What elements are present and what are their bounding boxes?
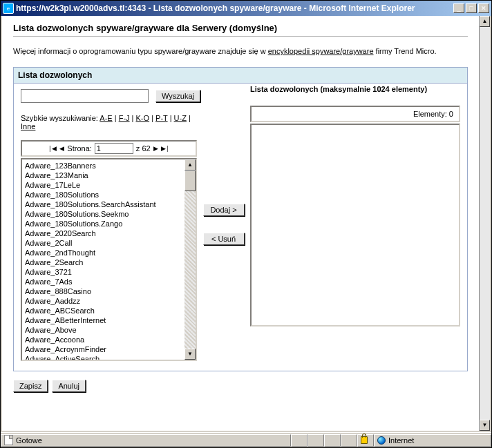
pager-of-total: z 62 (136, 144, 151, 153)
page-scrollbar[interactable]: ▲ ▼ (479, 16, 490, 431)
status-slot-2 (308, 434, 324, 447)
panel-title: Lista dozwolonych (14, 68, 467, 84)
page: Lista dozwolonych spyware/grayware dla S… (2, 16, 479, 431)
first-page-button[interactable]: ∣◀ (48, 145, 57, 152)
listbox-scrollbar[interactable]: ▲ ▼ (184, 159, 196, 360)
search-button[interactable]: Wyszukaj (155, 90, 200, 102)
window-title: https://w2k3pl.w2000advs.tl:4343 - Lista… (16, 3, 453, 13)
list-item[interactable]: Adware_888Casino (23, 286, 184, 296)
status-slot-3 (324, 434, 341, 447)
page-title: Lista dozwolonych spyware/grayware dla S… (13, 23, 468, 37)
list-item[interactable]: Adware_123Banners (23, 161, 184, 171)
maximize-button[interactable]: □ (466, 3, 477, 13)
page-number-input[interactable] (95, 143, 133, 154)
intro-text: Więcej informacji o oprogramowaniu typu … (13, 45, 468, 57)
intro-suffix: firmy Trend Micro. (374, 47, 437, 55)
globe-icon (377, 436, 386, 445)
cancel-button[interactable]: Anuluj (52, 380, 86, 392)
quick-search: Szybkie wyszukiwanie: A-E | F-J | K-O | … (21, 114, 197, 130)
page-icon (4, 435, 13, 445)
panel-body: Wyszukaj Szybkie wyszukiwanie: A-E | F-J… (14, 84, 467, 371)
quick-link-k-o[interactable]: K-O (136, 114, 150, 122)
allowed-list-panel: Lista dozwolonych Wyszukaj Szybkie wyszu… (13, 67, 468, 371)
save-button[interactable]: Zapisz (13, 380, 48, 392)
intro-prefix: Więcej informacji o oprogramowaniu typu … (13, 47, 268, 55)
status-lock-cell (357, 434, 374, 447)
lock-icon (361, 436, 368, 444)
quick-search-label: Szybkie wyszukiwanie: (21, 114, 100, 122)
list-item[interactable]: Adware_2Search (23, 257, 184, 267)
pager-label-page: Strona: (67, 144, 91, 153)
content-area: Lista dozwolonych spyware/grayware dla S… (1, 16, 491, 432)
window-controls: _ □ ✕ (453, 3, 489, 13)
right-column: Lista dozwolonych (maksymalnie 1024 elem… (250, 114, 460, 327)
footer-buttons: Zapisz Anuluj (13, 380, 468, 392)
list-item[interactable]: Adware_AcroynmFinder (23, 344, 184, 354)
list-item[interactable]: Adware_2020Search (23, 228, 184, 238)
available-listbox[interactable]: Adware_123BannersAdware_123ManiaAdware_1… (21, 158, 197, 361)
browser-window: e https://w2k3pl.w2000advs.tl:4343 - Lis… (0, 0, 492, 448)
titlebar: e https://w2k3pl.w2000advs.tl:4343 - Lis… (1, 1, 491, 16)
last-page-button[interactable]: ▶∣ (161, 145, 169, 152)
status-slot-1 (291, 434, 308, 447)
list-item[interactable]: Adware_17LeLe (23, 180, 184, 190)
pager: ∣◀ ◀ Strona: z 62 ▶ ▶∣ (21, 140, 197, 157)
list-item[interactable]: Adware_ABetterInternet (23, 315, 184, 325)
elements-count-bar: Elementy: 0 (250, 106, 460, 122)
list-item[interactable]: Adware_180Solutions.Seekmo (23, 209, 184, 219)
zone-text: Internet (388, 436, 414, 445)
search-input[interactable] (21, 89, 149, 103)
scroll-track[interactable] (184, 191, 196, 349)
allowed-list-heading: Lista dozwolonych (maksymalnie 1024 elem… (250, 85, 460, 93)
status-text: Gotowe (16, 436, 42, 445)
quick-link-p-t[interactable]: P-T (155, 114, 168, 122)
list-item[interactable]: Adware_Above (23, 325, 184, 335)
list-item[interactable]: Adware_2ndThought (23, 248, 184, 257)
status-slot-4 (341, 434, 357, 447)
list-item[interactable]: Adware_7Ads (23, 277, 184, 286)
remove-button[interactable]: < Usuń (203, 233, 245, 245)
list-item[interactable]: Adware_Aaddzz (23, 296, 184, 306)
encyclopedia-link[interactable]: encyklopedii spyware/grayware (268, 47, 374, 55)
list-item[interactable]: Adware_180Solutions.Zango (23, 219, 184, 228)
minimize-button[interactable]: _ (453, 3, 464, 13)
columns: Szybkie wyszukiwanie: A-E | F-J | K-O | … (21, 114, 460, 361)
list-item[interactable]: Adware_180Solutions.SearchAssistant (23, 199, 184, 209)
selected-listbox[interactable] (250, 124, 460, 327)
list-item[interactable]: Adware_180Solutions (23, 190, 184, 199)
statusbar: Gotowe Internet (1, 432, 491, 447)
list-item[interactable]: Adware_ABCSearch (23, 306, 184, 315)
list-item[interactable]: Adware_Accoona (23, 335, 184, 344)
left-column: Szybkie wyszukiwanie: A-E | F-J | K-O | … (21, 114, 197, 361)
list-item[interactable]: Adware_3721 (23, 267, 184, 277)
page-scroll-track[interactable] (480, 27, 490, 420)
quick-link-a-e[interactable]: A-E (100, 114, 112, 122)
scroll-thumb[interactable] (184, 171, 196, 191)
list-item[interactable]: Adware_ActiveSearch (23, 354, 184, 360)
page-scroll-down-button[interactable]: ▼ (480, 420, 490, 431)
quick-link-inne[interactable]: Inne (21, 122, 35, 130)
list-item[interactable]: Adware_2Call (23, 238, 184, 248)
list-item[interactable]: Adware_123Mania (23, 171, 184, 180)
next-page-button[interactable]: ▶ (153, 145, 158, 152)
scroll-up-button[interactable]: ▲ (184, 159, 196, 171)
quick-link-f-j[interactable]: F-J (119, 114, 130, 122)
elements-count: Elementy: 0 (413, 110, 453, 118)
close-button[interactable]: ✕ (478, 3, 489, 13)
status-zone-cell: Internet (374, 434, 491, 447)
scroll-down-button[interactable]: ▼ (184, 349, 196, 360)
add-button[interactable]: Dodaj > (203, 204, 245, 216)
prev-page-button[interactable]: ◀ (59, 145, 64, 152)
middle-column: Dodaj > < Usuń (201, 114, 246, 245)
page-scroll-up-button[interactable]: ▲ (480, 16, 490, 27)
status-text-cell: Gotowe (1, 434, 291, 447)
quick-link-u-z[interactable]: U-Z (174, 114, 187, 122)
ie-icon: e (3, 3, 14, 14)
